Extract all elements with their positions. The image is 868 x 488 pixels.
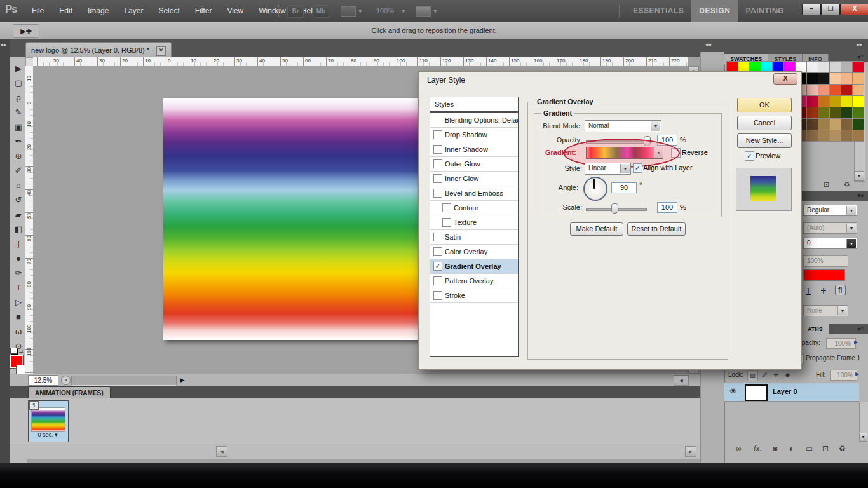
arrange-documents-icon[interactable] — [416, 6, 431, 17]
menu-file[interactable]: File — [24, 0, 51, 22]
layers-scrollbar[interactable]: ▼ — [859, 402, 868, 442]
style-dropdown[interactable]: Linear▼ — [585, 163, 631, 175]
style-item-bevel-and-emboss[interactable]: Bevel and Emboss — [430, 186, 518, 201]
fill-slider-icon[interactable]: ▶ — [855, 371, 859, 377]
panel-menu-icon[interactable]: ▾≡ — [857, 53, 864, 60]
layer-visibility-icon[interactable]: 👁 — [729, 387, 737, 396]
lock-position-icon[interactable]: ✛ — [771, 370, 781, 380]
style-item-blending-options-default[interactable]: Blending Options: Default — [430, 113, 518, 128]
color-swatch[interactable] — [829, 107, 841, 119]
color-swatch[interactable] — [818, 61, 830, 73]
new-style-button[interactable]: New Style... — [737, 133, 792, 148]
style-item-texture[interactable]: Texture — [430, 215, 518, 230]
color-swatch[interactable] — [852, 130, 864, 142]
color-swatch[interactable] — [829, 84, 841, 96]
vertical-scale-field[interactable]: 100% — [803, 255, 848, 267]
color-swatch[interactable] — [841, 95, 853, 107]
clone-stamp-tool[interactable]: ⌂ — [11, 178, 26, 193]
crop-tool[interactable]: ▣ — [11, 119, 26, 134]
layer-name[interactable]: Layer 0 — [773, 388, 797, 395]
frame-delay-control[interactable]: 0 sec. ▾ — [28, 431, 67, 438]
workspace-essentials[interactable]: ESSENTIALS — [625, 0, 691, 22]
style-item-inner-shadow[interactable]: Inner Shadow — [430, 142, 518, 157]
menu-image[interactable]: Image — [80, 0, 116, 22]
color-swatch[interactable] — [852, 72, 864, 85]
lock-pixels-icon[interactable]: 🖉 — [760, 370, 770, 380]
color-swatch[interactable] — [829, 61, 841, 73]
style-item-drop-shadow[interactable]: Drop Shadow — [430, 128, 518, 142]
style-item-contour[interactable]: Contour — [430, 201, 518, 215]
color-swatch[interactable] — [806, 107, 818, 119]
restore-button[interactable]: ❏ — [821, 4, 840, 15]
new-group-icon[interactable]: ▭ — [806, 444, 813, 453]
layer-thumbnail[interactable] — [745, 384, 768, 401]
zoom-tool[interactable]: ⊙ — [11, 339, 26, 353]
link-layers-icon[interactable]: ∞ — [736, 444, 742, 453]
shape-tool[interactable]: ■ — [11, 309, 26, 324]
zoom-level-control[interactable]: 100% — [376, 0, 394, 22]
style-item-outer-glow[interactable]: Outer Glow — [430, 157, 518, 172]
layers-opacity-field[interactable]: 100% — [826, 338, 856, 349]
color-swatch[interactable] — [818, 84, 830, 96]
color-swatch[interactable] — [841, 130, 853, 142]
collapse-dock-icon[interactable]: ◂◂ — [705, 41, 711, 48]
style-item-checkbox[interactable] — [433, 247, 442, 256]
cancel-button[interactable]: Cancel — [737, 116, 792, 130]
make-default-button[interactable]: Make Default — [570, 222, 623, 236]
color-swatch[interactable] — [841, 61, 853, 73]
workspace-design[interactable]: DESIGN — [691, 0, 738, 22]
style-item-checkbox[interactable]: ✓ — [433, 262, 442, 271]
color-swatch[interactable] — [852, 84, 864, 96]
expand-dock-icon[interactable]: ▸▸ — [1, 42, 6, 48]
color-swatch[interactable] — [829, 95, 841, 107]
angle-value[interactable]: 90 — [611, 182, 637, 193]
style-item-checkbox[interactable] — [433, 145, 442, 154]
underline-icon[interactable]: T — [806, 286, 811, 295]
status-zoom-field[interactable]: 12.5% — [28, 375, 58, 386]
leading-dropdown[interactable]: (Auto)▼ — [803, 222, 857, 234]
color-swatch[interactable] — [841, 107, 853, 119]
view-extras-icon[interactable] — [341, 6, 356, 17]
ligatures-icon[interactable]: fi — [835, 285, 846, 295]
more-workspaces-button[interactable]: » — [773, 0, 785, 22]
eyedropper-tool[interactable]: ✒ — [11, 134, 26, 149]
color-swatch[interactable] — [829, 72, 841, 85]
add-mask-icon[interactable]: ◙ — [773, 444, 777, 453]
lock-transparency-icon[interactable]: ▨ — [747, 370, 758, 381]
arrange-dropdown-icon[interactable]: ▾ — [433, 0, 437, 22]
color-swatch[interactable] — [818, 118, 830, 130]
lasso-tool[interactable]: ϱ — [11, 90, 26, 105]
style-item-checkbox[interactable] — [442, 218, 451, 227]
animation-scroll-right-icon[interactable]: ▶ — [685, 446, 696, 457]
style-item-pattern-overlay[interactable]: Pattern Overlay — [430, 274, 518, 288]
document-tab-close-icon[interactable]: ✕ — [156, 46, 166, 56]
marquee-tool[interactable]: ▢ — [11, 76, 26, 90]
style-item-satin[interactable]: Satin — [430, 230, 518, 245]
style-item-checkbox[interactable] — [433, 130, 442, 139]
animation-panel-tab[interactable]: ANIMATION (FRAMES) — [28, 386, 111, 399]
move-tool[interactable]: ▶ — [11, 61, 26, 76]
color-swatch[interactable] — [852, 61, 864, 73]
style-item-color-overlay[interactable]: Color Overlay — [430, 245, 518, 259]
new-layer-icon[interactable]: ⊡ — [822, 444, 829, 453]
launch-minibridge-button[interactable]: Mb — [313, 5, 329, 18]
blend-mode-dropdown[interactable]: Normal▼ — [585, 120, 661, 132]
dodge-tool[interactable]: ● — [11, 251, 26, 266]
new-swatch-icon[interactable]: ⊡ — [824, 180, 829, 189]
menu-view[interactable]: View — [219, 0, 251, 22]
launch-bridge-button[interactable]: Br — [287, 5, 304, 18]
menu-layer[interactable]: Layer — [116, 0, 151, 22]
color-swatch[interactable] — [806, 72, 818, 85]
gradient-tool[interactable]: ◧ — [11, 222, 26, 236]
hand-tool[interactable]: ω — [11, 324, 26, 339]
tracking-dropdown[interactable]: 0▼ — [803, 238, 857, 249]
color-swatch[interactable] — [829, 130, 841, 142]
history-brush-tool[interactable]: ↺ — [11, 193, 26, 207]
pen-tool[interactable]: ✑ — [11, 266, 26, 280]
dialog-close-icon[interactable]: X — [773, 73, 797, 85]
eraser-tool[interactable]: ▰ — [11, 207, 26, 222]
path-selection-tool[interactable]: ▷ — [11, 295, 26, 309]
scale-slider-thumb[interactable] — [611, 203, 618, 214]
document-tab[interactable]: new logo @ 12.5% (Layer 0, RGB/8) * ✕ — [25, 42, 172, 58]
strikethrough-icon[interactable]: T — [821, 286, 826, 295]
